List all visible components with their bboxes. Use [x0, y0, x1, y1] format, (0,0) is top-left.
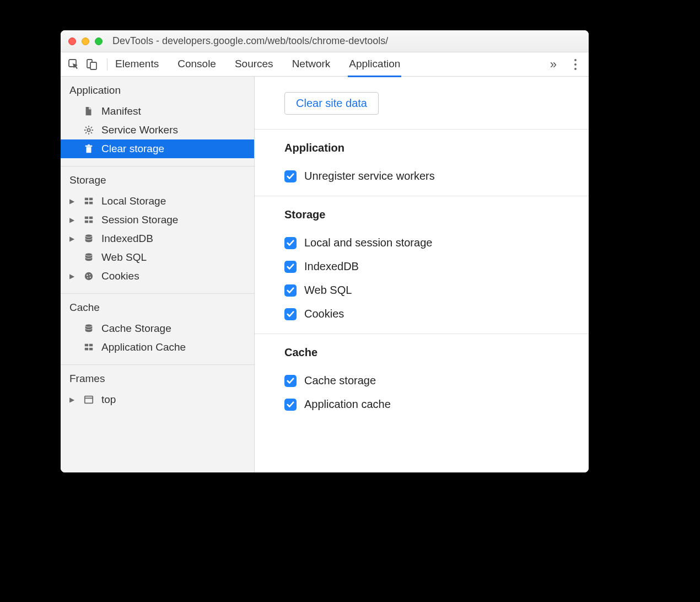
- window-minimize-button[interactable]: [82, 37, 89, 45]
- sidebar-item-cookies[interactable]: ▶Cookies: [61, 267, 254, 286]
- sidebar-item-label: Application Cache: [101, 341, 186, 353]
- database-icon: [83, 252, 95, 262]
- tab-elements[interactable]: Elements: [115, 53, 159, 76]
- sidebar-item-label: Web SQL: [101, 251, 147, 264]
- expand-caret-icon[interactable]: ▶: [69, 235, 74, 243]
- checkbox[interactable]: [284, 284, 297, 297]
- database-icon: [83, 234, 95, 244]
- window-title: DevTools - developers.google.com/web/too…: [112, 35, 388, 47]
- option-cookies-opt[interactable]: Cookies: [284, 302, 589, 326]
- sidebar-section-cache: CacheCache StorageApplication Cache: [61, 294, 254, 365]
- window-zoom-button[interactable]: [95, 37, 103, 45]
- sidebar-item-web-sql[interactable]: Web SQL: [61, 248, 254, 267]
- group-title: Storage: [284, 208, 589, 221]
- option-label: Cookies: [304, 308, 344, 320]
- device-toggle-icon[interactable]: [85, 58, 98, 71]
- file-icon: [83, 106, 95, 116]
- sidebar-item-label: Manifest: [101, 105, 141, 117]
- tab-sources[interactable]: Sources: [235, 53, 273, 76]
- devtools-body: ApplicationManifestService WorkersClear …: [61, 77, 589, 472]
- sidebar-section-frames: Frames▶top: [61, 365, 254, 417]
- sidebar-item-top-frame[interactable]: ▶top: [61, 390, 254, 409]
- option-label: Cache storage: [304, 374, 376, 387]
- option-unregister-sw[interactable]: Unregister service workers: [284, 164, 589, 188]
- window-traffic-lights: [68, 37, 103, 45]
- sidebar-item-clear-storage[interactable]: Clear storage: [61, 139, 254, 158]
- checkbox[interactable]: [284, 308, 297, 320]
- grid-icon: [83, 196, 95, 206]
- option-label: Web SQL: [304, 284, 352, 297]
- expand-caret-icon[interactable]: ▶: [69, 197, 74, 205]
- cookie-icon: [83, 271, 95, 281]
- sidebar-item-label: Cookies: [101, 270, 139, 282]
- tab-network[interactable]: Network: [292, 53, 331, 76]
- clear-site-data-bar: Clear site data: [255, 77, 589, 130]
- devtools-window: DevTools - developers.google.com/web/too…: [61, 30, 589, 472]
- grid-icon: [83, 342, 95, 352]
- checkbox[interactable]: [284, 237, 297, 249]
- group-application: ApplicationUnregister service workers: [255, 130, 589, 196]
- group-title: Application: [284, 142, 589, 154]
- checkbox[interactable]: [284, 170, 297, 182]
- sidebar-item-manifest[interactable]: Manifest: [61, 102, 254, 121]
- window-titlebar: DevTools - developers.google.com/web/too…: [61, 30, 589, 52]
- checkbox[interactable]: [284, 261, 297, 273]
- option-label: IndexedDB: [304, 260, 359, 273]
- database-icon: [83, 324, 95, 334]
- sidebar-item-service-workers[interactable]: Service Workers: [61, 121, 254, 139]
- sidebar-item-label: IndexedDB: [101, 233, 153, 245]
- sidebar-item-label: Clear storage: [101, 143, 164, 155]
- sidebar-heading: Application: [61, 82, 254, 102]
- sidebar-item-label: Cache Storage: [101, 322, 171, 335]
- expand-caret-icon[interactable]: ▶: [69, 216, 74, 224]
- sidebar-section-application: ApplicationManifestService WorkersClear …: [61, 77, 254, 166]
- kebab-menu-icon[interactable]: [569, 59, 582, 70]
- sidebar-heading: Frames: [61, 370, 254, 390]
- sidebar-item-cache-storage[interactable]: Cache Storage: [61, 319, 254, 338]
- sidebar-item-label: Service Workers: [101, 124, 178, 136]
- group-storage: StorageLocal and session storageIndexedD…: [255, 196, 589, 334]
- sidebar-heading: Cache: [61, 299, 254, 319]
- sidebar-item-application-cache[interactable]: Application Cache: [61, 338, 254, 357]
- option-label: Unregister service workers: [304, 170, 435, 182]
- group-cache: CacheCache storageApplication cache: [255, 334, 589, 424]
- trash-icon: [83, 144, 95, 154]
- option-app-cache-opt[interactable]: Application cache: [284, 393, 589, 416]
- sidebar-item-label: top: [101, 394, 116, 406]
- expand-caret-icon[interactable]: ▶: [69, 272, 74, 280]
- grid-icon: [83, 215, 95, 225]
- gear-icon: [83, 125, 95, 135]
- clear-site-data-button[interactable]: Clear site data: [284, 92, 379, 115]
- sidebar-item-session-storage[interactable]: ▶Session Storage: [61, 211, 254, 229]
- inspect-element-icon[interactable]: [67, 58, 80, 71]
- checkbox[interactable]: [284, 375, 297, 387]
- toolbar-separator: [107, 58, 107, 71]
- sidebar-item-label: Session Storage: [101, 214, 178, 226]
- sidebar-heading: Storage: [61, 172, 254, 192]
- option-idb[interactable]: IndexedDB: [284, 255, 589, 278]
- devtools-toolbar: ElementsConsoleSourcesNetworkApplication…: [61, 52, 589, 77]
- tab-application[interactable]: Application: [349, 53, 400, 76]
- sidebar-section-storage: Storage▶Local Storage▶Session Storage▶In…: [61, 166, 254, 294]
- devtools-tabs: ElementsConsoleSourcesNetworkApplication: [115, 53, 400, 76]
- group-title: Cache: [284, 346, 589, 359]
- tabs-overflow-icon[interactable]: »: [545, 57, 562, 72]
- option-label: Application cache: [304, 398, 391, 411]
- option-websql[interactable]: Web SQL: [284, 278, 589, 302]
- option-cache-storage-opt[interactable]: Cache storage: [284, 369, 589, 393]
- option-local-session[interactable]: Local and session storage: [284, 231, 589, 255]
- option-label: Local and session storage: [304, 237, 432, 249]
- clear-storage-panel: Clear site data ApplicationUnregister se…: [255, 77, 589, 472]
- sidebar-item-indexeddb[interactable]: ▶IndexedDB: [61, 229, 254, 248]
- frame-icon: [83, 395, 95, 405]
- sidebar-item-local-storage[interactable]: ▶Local Storage: [61, 192, 254, 211]
- window-close-button[interactable]: [68, 37, 76, 45]
- checkbox[interactable]: [284, 399, 297, 411]
- expand-caret-icon[interactable]: ▶: [69, 396, 74, 404]
- tab-console[interactable]: Console: [177, 53, 216, 76]
- application-sidebar: ApplicationManifestService WorkersClear …: [61, 77, 255, 472]
- sidebar-item-label: Local Storage: [101, 195, 166, 207]
